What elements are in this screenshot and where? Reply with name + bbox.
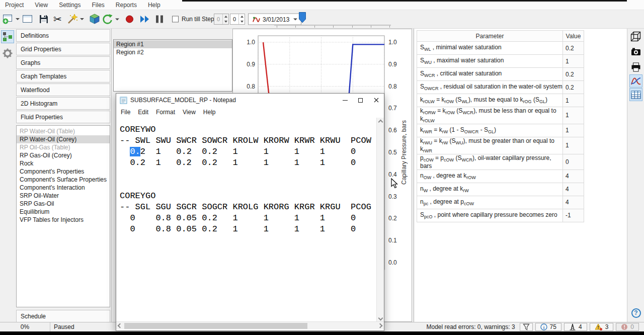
notepad-menu-view[interactable]: View bbox=[183, 109, 196, 116]
param-value[interactable]: 4 bbox=[563, 183, 584, 196]
step-spinner-disabled: 0 bbox=[214, 14, 229, 25]
sidebar-item-rp-water-oil-corey[interactable]: RP Water-Oil (Corey) bbox=[17, 135, 110, 143]
sidebar-section-waterflood[interactable]: Waterflood bbox=[16, 83, 110, 96]
minimize-button[interactable] bbox=[337, 94, 353, 107]
sidebar-item-component-s-surface-properties[interactable]: Component's Surface Properties bbox=[17, 176, 110, 184]
errors-counter-button[interactable]: 0 bbox=[616, 323, 639, 331]
spinner-arrows[interactable] bbox=[238, 14, 245, 24]
param-label: krWU = krW (SWU), must be greater than o… bbox=[417, 137, 563, 154]
cut-button[interactable]: ✂ bbox=[53, 13, 62, 25]
param-value[interactable]: 0.2 bbox=[563, 42, 584, 55]
scroll-left-icon[interactable] bbox=[118, 323, 123, 328]
notepad-titlebar[interactable]: SUBSURFACE_MODEL_RP - Notepad bbox=[116, 94, 384, 107]
sidebar-item-component-s-interaction[interactable]: Component's Interaction bbox=[17, 184, 110, 192]
menu-item-view[interactable]: View bbox=[34, 2, 49, 9]
param-value[interactable]: 1 bbox=[563, 137, 584, 154]
bottom-border-strip bbox=[0, 331, 644, 335]
project-tree-button[interactable] bbox=[1, 30, 14, 43]
notepad-hscrollbar[interactable] bbox=[116, 321, 384, 329]
wand-button[interactable] bbox=[66, 14, 84, 25]
region-item-region-1[interactable]: Region #1 bbox=[114, 40, 232, 48]
model-3d-button[interactable] bbox=[89, 14, 101, 25]
param-row: SOWCR , residual oil saturation in the w… bbox=[417, 81, 584, 94]
reload-button[interactable] bbox=[102, 14, 119, 25]
menu-item-help[interactable]: Help bbox=[147, 2, 162, 9]
record-button[interactable] bbox=[126, 16, 133, 23]
param-value[interactable]: -1 bbox=[563, 209, 584, 222]
wells-counter-button[interactable]: 4 bbox=[564, 323, 587, 331]
warnings-counter-button[interactable]: 3 bbox=[590, 323, 614, 331]
sidebar-section-2d-histogram[interactable]: 2D Histogram bbox=[16, 97, 110, 110]
sidebar-section-schedule[interactable]: Schedule bbox=[16, 310, 110, 322]
menu-item-reports[interactable]: Reports bbox=[115, 2, 138, 9]
sidebar-item-equilibrium[interactable]: Equilibrium bbox=[17, 208, 110, 216]
run-button[interactable] bbox=[140, 16, 150, 23]
sidebar-section-graph-templates[interactable]: Graph Templates bbox=[16, 70, 110, 82]
warning-icon bbox=[595, 323, 603, 330]
scrollbar-thumb[interactable] bbox=[124, 323, 307, 329]
sidebar-section-definitions[interactable]: Definitions bbox=[16, 29, 110, 42]
param-value[interactable]: 1 bbox=[563, 55, 584, 68]
sidebar-section-graphs[interactable]: Graphs bbox=[16, 56, 110, 69]
menu-item-project[interactable]: Project bbox=[4, 2, 25, 9]
param-value[interactable]: 4 bbox=[563, 170, 584, 183]
notepad-menu-edit[interactable]: Edit bbox=[138, 109, 148, 116]
sidebar-item-rock[interactable]: Rock bbox=[17, 159, 110, 168]
sidebar-section-grid-properties[interactable]: Grid Properties bbox=[16, 43, 110, 55]
step-spinner[interactable]: 0 bbox=[230, 14, 245, 25]
notepad-menu-file[interactable]: File bbox=[121, 109, 130, 116]
app-logo-icon bbox=[252, 16, 260, 23]
timeline-slider-handle[interactable] bbox=[299, 12, 306, 23]
menu-item-settings[interactable]: Settings bbox=[58, 2, 82, 9]
help-button[interactable]: ? bbox=[629, 306, 642, 319]
notepad-menu-help[interactable]: Help bbox=[203, 109, 216, 116]
save-button[interactable] bbox=[38, 14, 49, 25]
scroll-right-icon[interactable] bbox=[378, 323, 383, 328]
sidebar-item-srp-oil-water[interactable]: SRP Oil-Water bbox=[17, 192, 110, 200]
menu-item-files[interactable]: Files bbox=[91, 2, 106, 9]
info-counter-button[interactable]: i 75 bbox=[535, 323, 561, 331]
param-value[interactable]: 0.2 bbox=[563, 81, 584, 94]
table-view-button[interactable] bbox=[629, 88, 642, 101]
snapshot-button[interactable] bbox=[629, 45, 642, 58]
param-row: SWL , minimal water saturation0.2 bbox=[417, 42, 584, 55]
notepad-text[interactable]: COREYWO -- SWL SWU SWCR SOWCR KROLW KROR… bbox=[116, 118, 377, 322]
right-toolbar: ? bbox=[627, 29, 644, 322]
pause-button[interactable] bbox=[156, 16, 163, 23]
sidebar-item-rp-gas-oil-corey[interactable]: RP Gas-Oil (Corey) bbox=[17, 151, 110, 159]
notepad-menu-format[interactable]: Format bbox=[156, 109, 175, 116]
filter-button[interactable] bbox=[520, 323, 533, 331]
param-value[interactable]: 1 bbox=[563, 107, 584, 124]
maximize-button[interactable] bbox=[353, 94, 368, 107]
sidebar-item-rp-water-oil-table[interactable]: RP Water-Oil (Table) bbox=[17, 127, 110, 135]
rp-curves-view-button[interactable] bbox=[629, 74, 642, 88]
date-combobox[interactable]: 3/01/2013 bbox=[248, 14, 301, 25]
sidebar-item-rp-oil-gas-table[interactable]: RP Oil-Gas (Table) bbox=[17, 143, 110, 151]
notepad-vscrollbar[interactable] bbox=[376, 118, 384, 322]
scroll-down-icon[interactable] bbox=[378, 316, 383, 321]
param-value[interactable]: 0.2 bbox=[563, 68, 584, 81]
param-label: pcOW = pcOW (SWCR), oil-water capillary … bbox=[417, 154, 563, 170]
notepad-window[interactable]: SUBSURFACE_MODEL_RP - Notepad FileEditFo… bbox=[116, 93, 384, 331]
settings-strip-button[interactable] bbox=[1, 47, 14, 60]
param-row: krWU = krW (SWU), must be greater than o… bbox=[417, 137, 584, 154]
param-label: SWCR , critical water saturation bbox=[417, 68, 563, 81]
view-3d-button[interactable] bbox=[629, 30, 642, 43]
sidebar-section-fluid-properties[interactable]: Fluid Properties bbox=[16, 111, 110, 123]
region-item-region-2[interactable]: Region #2 bbox=[114, 48, 232, 56]
param-label: nOW , degree at krOW bbox=[417, 170, 563, 183]
param-value[interactable]: 4 bbox=[563, 196, 584, 209]
param-value[interactable]: 0 bbox=[563, 154, 584, 170]
run-till-step-checkbox[interactable] bbox=[172, 16, 179, 23]
timeline-slider-track[interactable] bbox=[274, 25, 391, 26]
new-window-button[interactable] bbox=[22, 14, 33, 24]
sidebar-item-vfp-tables-for-injectors[interactable]: VFP Tables for Injectors bbox=[17, 216, 110, 224]
close-button[interactable] bbox=[368, 94, 384, 107]
param-value[interactable]: 1 bbox=[563, 94, 584, 107]
sidebar-item-srp-gas-oil[interactable]: SRP Gas-Oil bbox=[17, 200, 110, 208]
param-value[interactable]: 1 bbox=[563, 124, 584, 137]
scroll-up-icon[interactable] bbox=[378, 120, 383, 125]
sidebar-item-component-s-properties[interactable]: Component's Properties bbox=[17, 168, 110, 176]
print-button[interactable] bbox=[629, 60, 642, 73]
new-project-button[interactable] bbox=[2, 14, 20, 25]
